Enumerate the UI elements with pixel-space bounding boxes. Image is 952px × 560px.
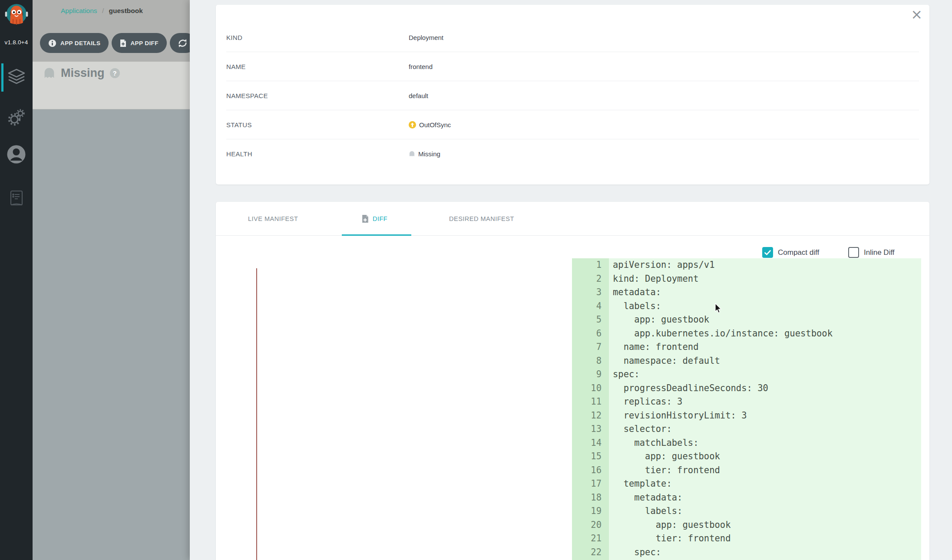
diff-line: template:	[609, 477, 921, 491]
diff-line-number: 17	[572, 477, 609, 491]
diff-code: apiVersion: apps/v1kind: Deploymentmetad…	[609, 258, 921, 560]
diff-line: tier: frontend	[609, 532, 921, 546]
app-diff-label: APP DIFF	[130, 40, 158, 46]
diff-line-number: 21	[572, 532, 609, 546]
diff-line-number: 19	[572, 504, 609, 518]
sidebar-item-user[interactable]	[0, 145, 33, 164]
diff-line: metadata:	[609, 491, 921, 505]
diff-line-number: 10	[572, 382, 609, 395]
argocd-app: v1.8.0+4	[0, 0, 952, 560]
resource-summary-table: KINDDeploymentNAMEfrontendNAMESPACEdefau…	[216, 23, 929, 168]
summary-label: NAMESPACE	[226, 92, 409, 99]
active-tab-underline	[342, 234, 411, 236]
diff-line: matchLabels:	[609, 436, 921, 450]
summary-label: STATUS	[226, 121, 409, 128]
diff-line-number: 3	[572, 286, 609, 300]
diff-removed-marker	[256, 268, 257, 560]
file-diff-icon	[120, 39, 126, 47]
breadcrumb-separator: /	[102, 7, 104, 14]
tab-desired-manifest[interactable]: DESIRED MANIFEST	[449, 202, 514, 236]
diff-line-number: 9	[572, 368, 609, 382]
diff-line: metadata:	[609, 286, 921, 300]
tab-diff-label: DIFF	[373, 215, 387, 222]
summary-row: NAMESPACEdefault	[226, 81, 919, 110]
layers-icon	[7, 68, 26, 86]
diff-line: replicas: 3	[609, 395, 921, 409]
close-icon[interactable]: ×	[911, 7, 922, 21]
diff-line-number: 7	[572, 340, 609, 354]
diff-line: app: guestbook	[609, 313, 921, 327]
argo-logo[interactable]	[4, 3, 29, 28]
diff-line-number: 13	[572, 422, 609, 436]
resource-summary-card: × KINDDeploymentNAMEfrontendNAMESPACEdef…	[216, 5, 929, 184]
app-diff-button[interactable]: APP DIFF	[112, 33, 166, 53]
diff-line: name: frontend	[609, 340, 921, 354]
app-details-label: APP DETAILS	[60, 40, 100, 46]
diff-line-number: 16	[572, 464, 609, 478]
diff-line-number: 20	[572, 518, 609, 532]
diff-line-number: 4	[572, 300, 609, 313]
diff-line: app.kubernetes.io/instance: guestbook	[609, 327, 921, 341]
breadcrumb-current: guestbook	[109, 7, 143, 14]
refresh-icon	[178, 38, 188, 48]
breadcrumb-applications-link[interactable]: Applications	[61, 7, 97, 14]
summary-value-text: OutOfSync	[419, 121, 451, 128]
summary-value: Deployment	[409, 34, 443, 41]
checkbox-unchecked-icon[interactable]	[848, 247, 859, 258]
sidebar-item-docs[interactable]	[0, 189, 33, 208]
diff-line-number: 11	[572, 395, 609, 409]
diff-line-number: 14	[572, 436, 609, 450]
tab-diff[interactable]: DIFF	[362, 202, 387, 236]
summary-value-text: default	[409, 92, 428, 99]
tab-desired-label: DESIRED MANIFEST	[449, 215, 514, 222]
help-icon[interactable]: ?	[110, 68, 120, 78]
app-details-button[interactable]: APP DETAILS	[40, 33, 109, 53]
gear-icon	[7, 108, 26, 127]
diff-line: namespace: default	[609, 354, 921, 368]
summary-value: default	[409, 92, 428, 99]
app-actions: APP DETAILS APP DIFF	[40, 33, 196, 53]
app-toolbar: Applications / guestbook APP DETAILS	[33, 0, 190, 62]
diff-line-number: 6	[572, 327, 609, 341]
diff-line: progressDeadlineSeconds: 30	[609, 382, 921, 395]
compact-diff-label[interactable]: Compact diff	[778, 248, 819, 257]
info-icon	[48, 39, 56, 47]
summary-row: NAMEfrontend	[226, 52, 919, 81]
diff-line: app: guestbook	[609, 450, 921, 464]
sidebar-item-applications[interactable]	[0, 68, 33, 86]
diff-added-block: 12345678910111213141516171819202122 apiV…	[572, 258, 921, 560]
summary-value: Missing	[409, 150, 440, 158]
compact-diff-checkbox[interactable]: Compact diff	[762, 247, 819, 258]
summary-value: OutOfSync	[409, 121, 451, 128]
diff-line: app: guestbook	[609, 518, 921, 532]
diff-line: spec:	[609, 546, 921, 560]
summary-row: STATUSOutOfSync	[226, 110, 919, 139]
summary-value-text: Missing	[418, 150, 440, 158]
diff-line: spec:	[609, 368, 921, 382]
manifest-card: LIVE MANIFEST DIFF DESIRED MANIFEST	[216, 202, 929, 560]
user-icon	[7, 145, 26, 164]
tab-live-manifest[interactable]: LIVE MANIFEST	[248, 202, 298, 236]
summary-value-text: Deployment	[409, 34, 443, 41]
resource-slide-panel: × KINDDeploymentNAMEfrontendNAMESPACEdef…	[190, 0, 952, 560]
checkbox-checked-icon[interactable]	[762, 247, 773, 258]
diff-line-number: 8	[572, 354, 609, 368]
inline-diff-checkbox[interactable]: Inline Diff	[848, 247, 895, 258]
diff-line-number: 2	[572, 272, 609, 286]
diff-line-number: 18	[572, 491, 609, 505]
application-page: Applications / guestbook APP DETAILS	[33, 0, 190, 560]
diff-line: apiVersion: apps/v1	[609, 258, 921, 272]
summary-label: HEALTH	[226, 150, 409, 158]
inline-diff-label[interactable]: Inline Diff	[864, 248, 895, 257]
tab-live-label: LIVE MANIFEST	[248, 215, 298, 222]
breadcrumb: Applications / guestbook	[61, 7, 143, 15]
summary-value-text: frontend	[409, 63, 433, 70]
out-of-sync-icon	[409, 121, 416, 128]
ghost-icon	[43, 67, 56, 79]
ghost-icon	[409, 151, 415, 157]
sidebar-item-settings[interactable]	[0, 108, 33, 127]
diff-line: selector:	[609, 422, 921, 436]
manifest-tabs: LIVE MANIFEST DIFF DESIRED MANIFEST	[216, 202, 929, 236]
app-health-label: Missing	[61, 66, 105, 80]
summary-row: KINDDeployment	[226, 23, 919, 52]
